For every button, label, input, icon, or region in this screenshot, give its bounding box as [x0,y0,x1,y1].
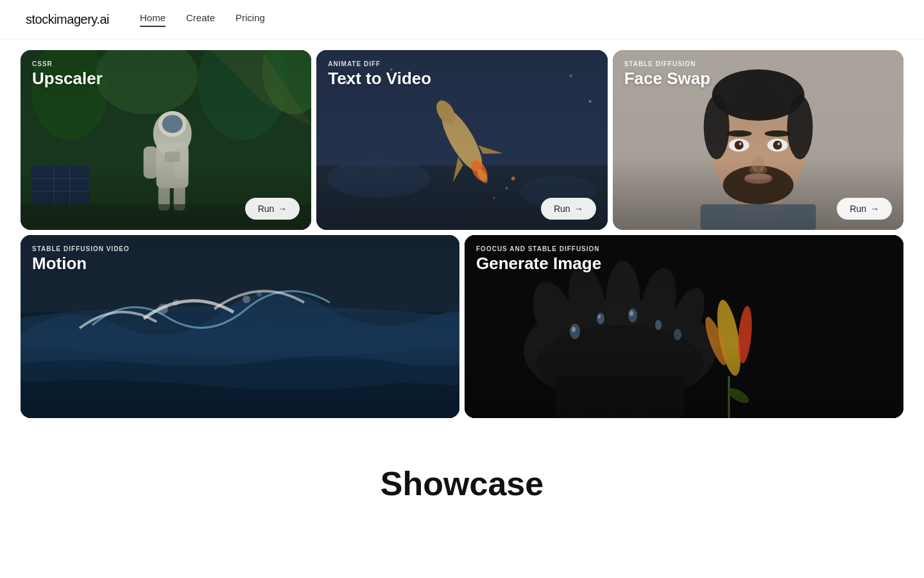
card-text-to-video-content: ANIMATE DIFF Text to Video Run → [316,50,607,230]
card-motion[interactable]: STABLE DIFFUSION VIDEO Motion [21,235,459,418]
card-face-swap-title: Face Swap [624,69,892,89]
card-upscaler-header: CSSR Upscaler [32,60,300,89]
bottom-card-grid: STABLE DIFFUSION VIDEO Motion [0,235,924,434]
card-face-swap-header: STABLE DIFFUSION Face Swap [624,60,892,89]
card-motion-content: STABLE DIFFUSION VIDEO Motion [21,235,459,418]
card-motion-tag: STABLE DIFFUSION VIDEO [32,245,448,252]
showcase-title: Showcase [0,464,924,503]
card-face-swap-run-button[interactable]: Run → [837,198,892,220]
card-motion-title: Motion [32,254,448,274]
nav-link-create[interactable]: Create [186,12,215,27]
card-generate-image[interactable]: FOOCUS AND STABLE DIFFUSION Generate Ima… [465,235,903,418]
card-generate-image-tag: FOOCUS AND STABLE DIFFUSION [476,245,892,252]
logo-text-bold: stockimagery [26,12,96,26]
nav-links: Home Create Pricing [140,12,265,27]
card-upscaler-run-button[interactable]: Run → [245,198,300,220]
card-text-to-video-tag: ANIMATE DIFF [328,60,595,67]
nav-link-pricing[interactable]: Pricing [235,12,265,27]
card-generate-image-header: FOOCUS AND STABLE DIFFUSION Generate Ima… [476,245,892,274]
showcase-section: Showcase [0,434,924,523]
card-upscaler-tag: CSSR [32,60,300,67]
card-face-swap-content: STABLE DIFFUSION Face Swap Run → [613,50,903,230]
top-card-grid: CSSR Upscaler Run → [0,40,924,235]
arrow-right-icon-3: → [870,204,879,214]
card-text-to-video-header: ANIMATE DIFF Text to Video [328,60,595,89]
card-generate-image-content: FOOCUS AND STABLE DIFFUSION Generate Ima… [465,235,903,418]
card-upscaler-title: Upscaler [32,69,300,89]
arrow-right-icon-2: → [574,204,583,214]
run-label-2: Run [554,204,570,214]
card-face-swap-tag: STABLE DIFFUSION [624,60,892,67]
run-label-3: Run [850,204,866,214]
card-text-to-video-title: Text to Video [328,69,595,89]
nav-link-home[interactable]: Home [140,12,166,27]
card-face-swap[interactable]: STABLE DIFFUSION Face Swap Run → [613,50,903,230]
card-text-to-video[interactable]: ANIMATE DIFF Text to Video Run → [316,50,607,230]
run-label: Run [258,204,275,214]
card-upscaler-content: CSSR Upscaler Run → [21,50,311,230]
navbar: stockimagery.ai Home Create Pricing [0,0,924,40]
card-text-to-video-run-button[interactable]: Run → [541,198,596,220]
logo[interactable]: stockimagery.ai [26,12,109,27]
arrow-right-icon: → [278,204,287,214]
card-upscaler[interactable]: CSSR Upscaler Run → [21,50,311,230]
card-motion-header: STABLE DIFFUSION VIDEO Motion [32,245,448,274]
logo-text-light: ai [99,12,109,26]
card-generate-image-title: Generate Image [476,254,892,274]
